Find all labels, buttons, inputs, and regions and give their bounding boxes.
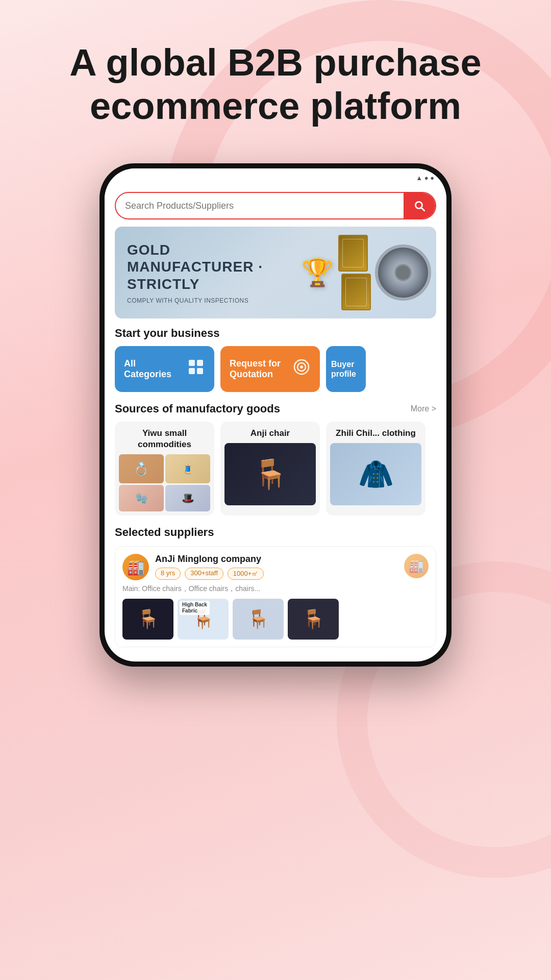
- search-button[interactable]: [404, 193, 435, 218]
- banner-visual: 🏆: [301, 235, 431, 310]
- phone-frame: ▲ ● ● GOLD MANUFACTURER · STRICTLY: [99, 163, 452, 667]
- status-bar: ▲ ● ●: [105, 168, 446, 187]
- suppliers-title: Selected suppliers: [115, 526, 436, 539]
- certificate-1: [338, 235, 368, 272]
- product-thumb-3[interactable]: 🪑: [233, 599, 284, 640]
- supplier-card-anji[interactable]: 🏭 AnJi Minglong company 8 yrs 300+staff …: [115, 546, 436, 647]
- request-quotation-label: Request forQuotation: [230, 358, 281, 380]
- start-business-title: Start your business: [105, 327, 446, 346]
- svg-rect-1: [197, 360, 203, 366]
- all-categories-label: AllCategories: [124, 358, 171, 380]
- product-img-1: 🪑: [122, 599, 173, 640]
- supplier-products: 🪑 🪑 High BackFabric 🪑 🪑: [122, 599, 429, 640]
- trophy-icon: 🏆: [301, 257, 334, 288]
- more-link[interactable]: More >: [411, 404, 436, 413]
- search-input[interactable]: [116, 194, 404, 217]
- all-categories-button[interactable]: AllCategories: [115, 346, 214, 392]
- buyer-profile-button[interactable]: Buyerprofile: [326, 346, 366, 392]
- phone-screen: ▲ ● ● GOLD MANUFACTURER · STRICTLY: [105, 168, 446, 662]
- source-yiwu[interactable]: Yiwu small commodities 💍 🧵 🧤 🎩: [115, 422, 214, 516]
- anji-main-img: 🪑: [224, 443, 316, 505]
- sources-header: Sources of manufactory goods More >: [105, 402, 446, 422]
- source-yiwu-title: Yiwu small commodities: [115, 422, 214, 454]
- certificate-2: [341, 274, 371, 310]
- product-thumb-1[interactable]: 🪑: [122, 599, 173, 640]
- partial-supplier-logo: 🏭: [404, 554, 429, 578]
- yiwu-img-4: 🎩: [165, 485, 210, 512]
- zhili-main-img: 🧥: [330, 443, 421, 505]
- svg-point-6: [300, 365, 303, 369]
- supplier-header: 🏭 AnJi Minglong company 8 yrs 300+staff …: [122, 554, 429, 580]
- search-container: [105, 187, 446, 227]
- request-quotation-icon: [292, 358, 311, 380]
- search-bar: [115, 192, 436, 219]
- banner: GOLD MANUFACTURER · STRICTLY COMPLY WITH…: [115, 227, 436, 318]
- suppliers-section: Selected suppliers 🏭 AnJi Minglong compa…: [105, 526, 446, 662]
- badge-years: 8 yrs: [155, 568, 181, 580]
- badge-staff: 300+staff: [185, 568, 223, 580]
- source-yiwu-images: 💍 🧵 🧤 🎩: [115, 454, 214, 516]
- headline-line1: A global B2B purchase: [69, 41, 481, 84]
- yiwu-img-1: 💍: [119, 454, 164, 483]
- sources-grid: Yiwu small commodities 💍 🧵 🧤 🎩 Anji chai…: [105, 422, 446, 526]
- product-thumb-4[interactable]: 🪑: [288, 599, 339, 640]
- supplier-name: AnJi Minglong company: [155, 554, 398, 565]
- supplier-logo: 🏭: [122, 554, 149, 580]
- product-img-4: 🪑: [288, 599, 339, 640]
- headline-line2: ecommerce platform: [90, 85, 461, 127]
- category-buttons: AllCategories Request forQuotation: [105, 346, 446, 402]
- badge-area: 1000+㎡: [228, 568, 264, 580]
- supplier-info: AnJi Minglong company 8 yrs 300+staff 10…: [155, 554, 398, 580]
- zhili-clothing-icon: 🧥: [358, 457, 394, 491]
- buyer-profile-label: Buyerprofile: [331, 359, 356, 379]
- certificate-stack: [338, 235, 371, 310]
- svg-rect-0: [189, 360, 195, 366]
- product-img-3: 🪑: [233, 599, 284, 640]
- supplier-description: Main: Office chairs，Office chairs，chairs…: [122, 584, 429, 594]
- svg-rect-3: [197, 368, 203, 374]
- supplier-badges: 8 yrs 300+staff 1000+㎡: [155, 568, 398, 580]
- banner-title: GOLD MANUFACTURER · STRICTLY: [127, 241, 263, 293]
- yiwu-img-3: 🧤: [119, 485, 164, 512]
- product-label-high-back: High BackFabric: [180, 601, 210, 615]
- request-quotation-button[interactable]: Request forQuotation: [220, 346, 320, 392]
- product-thumb-2[interactable]: 🪑 High BackFabric: [178, 599, 229, 640]
- source-zhili-images: 🧥: [326, 443, 425, 509]
- status-icons: ▲ ● ●: [416, 174, 434, 182]
- source-anji-title: Anji chair: [220, 422, 320, 443]
- source-zhili-title: Zhili Chil... clothing: [326, 422, 425, 443]
- wheel-decoration: [375, 244, 431, 301]
- partial-supplier-icon: 🏭: [409, 559, 424, 573]
- page-headline: A global B2B purchase ecommerce platform: [69, 41, 481, 128]
- source-anji-images: 🪑: [220, 443, 320, 509]
- anji-chair-icon: 🪑: [253, 457, 288, 491]
- banner-subtitle: COMPLY WITH QUALITY INSPECTIONS: [127, 297, 263, 304]
- source-anji[interactable]: Anji chair 🪑: [220, 422, 320, 516]
- svg-rect-2: [189, 368, 195, 374]
- sources-title: Sources of manufactory goods: [115, 402, 280, 415]
- yiwu-img-2: 🧵: [165, 454, 210, 483]
- all-categories-icon: [187, 358, 205, 380]
- search-icon: [413, 199, 426, 212]
- supplier-logo-icon: 🏭: [127, 559, 145, 576]
- banner-text: GOLD MANUFACTURER · STRICTLY COMPLY WITH…: [115, 231, 275, 314]
- source-zhili[interactable]: Zhili Chil... clothing 🧥: [326, 422, 425, 516]
